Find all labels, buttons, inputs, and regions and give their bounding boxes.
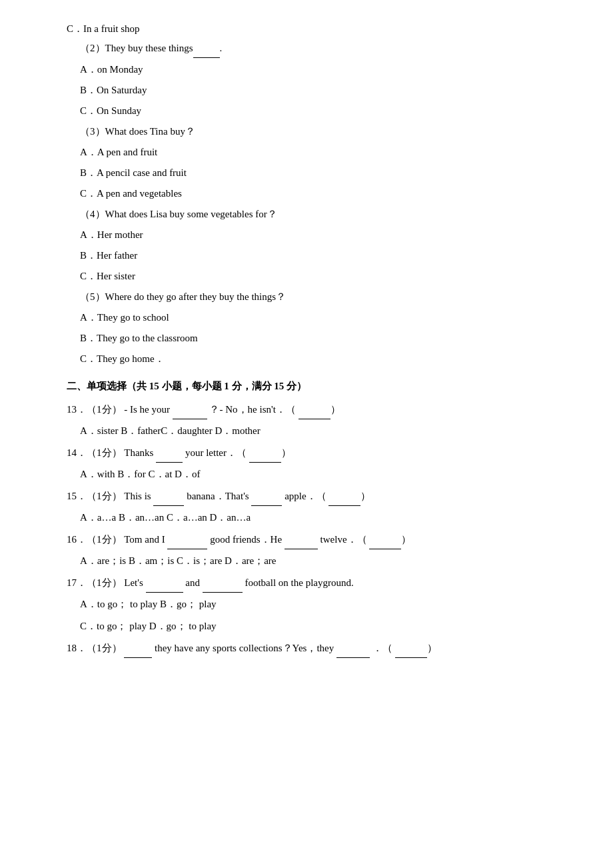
question-4-block: （4）What does Lisa buy some vegetables fo… (67, 205, 560, 285)
q17-optC: C．to go； play D．go； to play (80, 617, 560, 635)
q18-blank2 (336, 639, 370, 658)
q15-answer-paren (328, 487, 360, 506)
q18-text1: they have any sports collections？Yes，the… (155, 643, 334, 653)
q2-optB: B．On Saturday (80, 81, 560, 99)
question-3-text: （3）What does Tina buy？ (80, 123, 560, 141)
q14-text1: Thanks (124, 447, 153, 458)
q17-num: 17．（1分） (67, 577, 122, 588)
q16-text1: Tom and I (124, 534, 165, 545)
q16-blank2 (285, 531, 318, 549)
question-3-block: （3）What does Tina buy？ A．A pen and fruit… (67, 123, 560, 203)
q13-options: A．sister B．fatherC．daughter D．mother (80, 422, 560, 440)
q4-optA: A．Her mother (80, 226, 560, 244)
q18-num: 18．（1分） (67, 643, 122, 653)
question-16: 16．（1分） Tom and I good friends．He twelve… (67, 531, 560, 549)
q14-text2: your letter．（ (185, 447, 247, 458)
question-4-text: （4）What does Lisa buy some vegetables fo… (80, 205, 560, 223)
q18-answer-paren (395, 639, 427, 658)
q2-blank (193, 39, 220, 58)
q3-optC: C．A pen and vegetables (80, 185, 560, 203)
q17-text3: football on the playground. (245, 577, 353, 588)
q13-blank (173, 401, 207, 419)
page-content: C．In a fruit shop （2）They buy these thin… (67, 20, 560, 658)
q16-num: 16．（1分） (67, 534, 122, 545)
q14-num: 14．（1分） (67, 447, 122, 458)
q13-text1: - Is he your (124, 404, 170, 415)
q15-text2: banana．That's (187, 491, 249, 501)
q4-optB: B．Her father (80, 247, 560, 265)
question-5-block: （5）Where do they go after they buy the t… (67, 288, 560, 368)
q15-blank1 (153, 487, 184, 506)
q14-options: A．with B．for C．at D．of (80, 465, 560, 483)
q15-options: A．a…a B．an…an C．a…an D．an…a (80, 509, 560, 527)
q5-optA: A．They go to school (80, 309, 560, 327)
q3-optB: B．A pencil case and fruit (80, 164, 560, 182)
q3-optA: A．A pen and fruit (80, 143, 560, 161)
q13-num: 13．（1分） (67, 404, 122, 415)
q15-blank2 (251, 487, 282, 506)
question-2-text: （2）They buy these things . (80, 39, 560, 58)
q2-optC: C．On Sunday (80, 102, 560, 120)
q16-blank1 (167, 531, 207, 549)
q18-blank1 (124, 639, 152, 658)
q13-text2: ？- No，he isn't．（ (209, 404, 295, 415)
q17-optA: A．to go； to play B．go； play (80, 595, 560, 613)
q17-text1: Let's (124, 577, 143, 588)
question-13: 13．（1分） - Is he your ？- No，he isn't．（ ） (67, 401, 560, 419)
question-14: 14．（1分） Thanks your letter．（ ） (67, 444, 560, 463)
q16-text3: twelve．（ (320, 534, 367, 545)
option-c-text: C．In a fruit shop (67, 23, 140, 34)
question-2-block: （2）They buy these things . A．on Monday B… (67, 39, 560, 120)
question-17: 17．（1分） Let's and football on the playgr… (67, 574, 560, 593)
question-15: 15．（1分） This is banana．That's apple．（ ） (67, 487, 560, 506)
question-18: 18．（1分） they have any sports collections… (67, 639, 560, 658)
q14-blank (156, 444, 183, 463)
q14-answer-paren (249, 444, 281, 463)
q15-text3: apple．（ (285, 491, 326, 501)
section2-header: 二、单项选择（共 15 小题，每小题 1 分，满分 15 分） (67, 377, 560, 395)
q17-text2: and (185, 577, 200, 588)
q5-optB: B．They go to the classroom (80, 329, 560, 347)
q2-optA: A．on Monday (80, 61, 560, 79)
q17-blank1 (146, 574, 183, 593)
q4-optC: C．Her sister (80, 267, 560, 285)
q15-num: 15．（1分） (67, 491, 122, 501)
q13-answer-paren (299, 401, 330, 419)
q16-text2: good friends．He (210, 534, 282, 545)
q2-stem: （2）They buy these things (80, 43, 193, 53)
q15-text1: This is (124, 491, 151, 501)
q17-blank2 (203, 574, 243, 593)
q18-text2: ．（ (372, 643, 392, 653)
q5-optC: C．They go home． (80, 350, 560, 368)
q16-answer-paren (369, 531, 401, 549)
question-5-text: （5）Where do they go after they buy the t… (80, 288, 560, 306)
option-c-fruit-shop: C．In a fruit shop (67, 20, 560, 38)
q16-options: A．are；is B．am；is C．is；are D．are；are (80, 552, 560, 570)
